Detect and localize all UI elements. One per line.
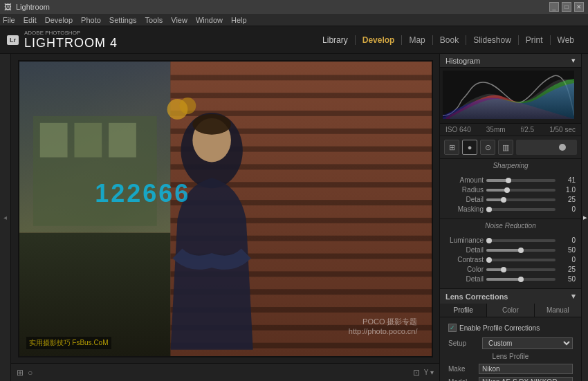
content: ◂ (0, 54, 588, 381)
zoom-fit-icon[interactable]: ⊡ (413, 368, 420, 378)
enable-profile-label: Enable Profile Corrections (459, 324, 540, 332)
module-web[interactable]: Web (550, 35, 581, 45)
menu-help[interactable]: Help (231, 16, 247, 24)
histogram-canvas (440, 68, 581, 123)
nr-detail-thumb[interactable] (518, 248, 524, 253)
sharpening-masking-thumb[interactable] (486, 207, 492, 212)
module-book[interactable]: Book (432, 35, 466, 45)
sharpening-detail-label: Detail (445, 196, 484, 203)
menu-photo[interactable]: Photo (81, 16, 101, 24)
nr-detail-slider[interactable] (486, 249, 555, 252)
model-select[interactable]: Nikon AF-S DX NIKKOR 35mm... (479, 377, 573, 381)
titlebar: 🖼 Lightroom _ □ ✕ (0, 0, 588, 14)
sharpening-amount-slider[interactable] (486, 179, 555, 182)
sharpening-radius-row: Radius 1.0 (445, 186, 576, 194)
menu-settings[interactable]: Settings (109, 16, 137, 24)
tool-slider[interactable] (516, 140, 577, 155)
maximize-button[interactable]: □ (562, 2, 571, 12)
module-print[interactable]: Print (518, 35, 550, 45)
minimize-button[interactable]: _ (549, 2, 559, 12)
make-label: Make (448, 365, 476, 373)
crop-tool[interactable]: ⊞ (444, 140, 459, 155)
sharpening-amount-value: 41 (558, 176, 576, 184)
sharpening-radius-label: Radius (445, 186, 484, 194)
sharpening-radius-value: 1.0 (558, 186, 576, 194)
photo-watermark2: POCO 摄影专题 http://photo.poco.cn/ (349, 317, 418, 335)
menu-edit[interactable]: Edit (24, 16, 37, 24)
bottom-toolbar: ⊞ ○ ⊡ Y ▾ (11, 363, 439, 381)
redeye-tool[interactable]: ⊙ (480, 140, 495, 155)
lens-tab-color[interactable]: Color (487, 304, 534, 317)
module-map[interactable]: Map (401, 35, 432, 45)
exif-focal: 35mm (486, 126, 506, 133)
make-select[interactable]: Nikon (479, 364, 573, 374)
nr-luminance-row: Luminance 0 (445, 236, 576, 244)
poco-url: http://photo.poco.cn/ (349, 327, 418, 335)
grad-filter-tool[interactable]: ▥ (498, 140, 513, 155)
nr-contrast-row: Contrast 0 (445, 256, 576, 263)
setup-label: Setup (448, 340, 479, 347)
heal-tool[interactable]: ● (462, 140, 477, 155)
nr-colordetail-slider[interactable] (486, 278, 555, 281)
histogram-section: Histogram ▾ (440, 54, 581, 136)
menubar: File Edit Develop Photo Settings Tools V… (0, 14, 588, 26)
photo-background: 122666 POCO 摄影专题 http://photo.poco.cn/ 实… (19, 62, 432, 356)
lens-profile-content: ✓ Enable Profile Corrections Setup Custo… (440, 317, 581, 381)
loop-view-icon[interactable]: ○ (28, 368, 33, 378)
lens-tab-profile[interactable]: Profile (440, 304, 487, 317)
left-panel-toggle[interactable]: ◂ (0, 54, 11, 381)
exif-shutter: 1/50 sec (549, 126, 576, 133)
nr-contrast-thumb[interactable] (486, 257, 492, 263)
svg-point-27 (179, 97, 196, 114)
nr-detail-row: Detail 50 (445, 246, 576, 254)
histogram-label: Histogram (445, 57, 480, 65)
tool-slider-thumb (559, 144, 566, 151)
nr-luminance-thumb[interactable] (486, 238, 492, 243)
lens-tab-manual[interactable]: Manual (535, 304, 581, 317)
menu-window[interactable]: Window (196, 16, 223, 24)
nr-colordetail-fill (486, 278, 521, 281)
app-icon: 🖼 (4, 3, 12, 11)
nr-color-thumb[interactable] (501, 267, 506, 272)
svg-rect-25 (109, 122, 136, 157)
menu-tools[interactable]: Tools (145, 16, 163, 24)
lens-corrections-header[interactable]: Lens Corrections ▾ (440, 289, 581, 304)
nr-colordetail-thumb[interactable] (518, 277, 524, 282)
sharpening-amount-row: Amount 41 (445, 176, 576, 184)
grid-view-icon[interactable]: ⊞ (17, 368, 24, 378)
menu-file[interactable]: File (3, 16, 15, 24)
close-button[interactable]: ✕ (574, 2, 584, 12)
menu-develop[interactable]: Develop (45, 16, 73, 24)
sharpening-amount-label: Amount (445, 176, 484, 184)
noise-reduction-section: Noise Reduction Luminance 0 Detail (440, 219, 581, 289)
nr-detail-fill (486, 249, 521, 252)
sharpening-radius-thumb[interactable] (504, 187, 510, 193)
right-panel-toggle[interactable]: ▸ (581, 54, 588, 381)
histogram-header: Histogram ▾ (440, 54, 581, 68)
setup-select[interactable]: Custom (482, 337, 573, 349)
sharpening-masking-slider[interactable] (486, 208, 555, 211)
nr-luminance-slider[interactable] (486, 239, 555, 242)
sharpening-amount-thumb[interactable] (506, 178, 511, 183)
module-slideshow[interactable]: Slideshow (466, 35, 518, 45)
app-title: Lightroom (16, 3, 50, 11)
svg-rect-3 (170, 75, 431, 80)
module-library[interactable]: Library (315, 35, 355, 45)
sharpening-detail-slider[interactable] (486, 198, 555, 201)
module-develop[interactable]: Develop (355, 35, 402, 45)
sharpening-detail-row: Detail 25 (445, 196, 576, 203)
sharpening-detail-thumb[interactable] (501, 197, 506, 203)
nr-color-slider[interactable] (486, 268, 555, 271)
right-panel-arrow-icon: ▸ (583, 213, 587, 222)
nr-contrast-value: 0 (558, 256, 576, 263)
center-panel: 122666 POCO 摄影专题 http://photo.poco.cn/ 实… (11, 54, 439, 381)
menu-view[interactable]: View (171, 16, 187, 24)
titlebar-left: 🖼 Lightroom (4, 3, 50, 11)
topnav: Lr ADOBE PHOTOSHOP LIGHTROOM 4 Library D… (0, 26, 588, 54)
enable-profile-checkbox[interactable]: ✓ (448, 324, 457, 332)
app-title-large: LIGHTROOM 4 (24, 36, 118, 50)
nr-contrast-label: Contrast (445, 256, 484, 263)
nr-contrast-slider[interactable] (486, 259, 555, 261)
nr-color-label: Color (445, 266, 484, 273)
sharpening-radius-slider[interactable] (486, 189, 555, 192)
